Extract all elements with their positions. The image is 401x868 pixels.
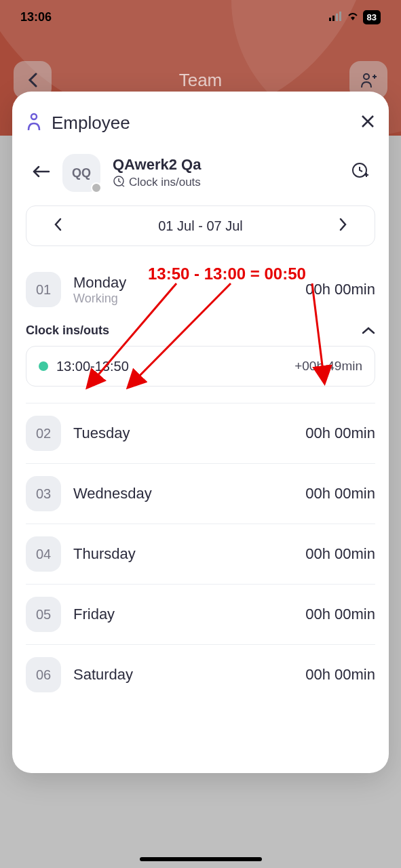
day-row[interactable]: 05 Friday 00h 00min — [26, 585, 375, 645]
svg-point-5 — [31, 114, 37, 119]
date-range-text: 01 Jul - 07 Jul — [158, 218, 243, 234]
wifi-icon — [347, 10, 359, 24]
day-total: 00h 00min — [305, 485, 375, 502]
day-total: 00h 00min — [305, 281, 375, 298]
status-bar: 13:06 83 — [0, 0, 401, 34]
person-icon — [26, 112, 42, 134]
day-row[interactable]: 01 Monday Working 00h 00min — [26, 260, 375, 319]
day-total: 00h 00min — [305, 606, 375, 623]
day-name: Thursday — [73, 545, 293, 563]
day-number: 01 — [26, 272, 61, 307]
status-right: 83 — [329, 10, 381, 24]
day-number: 02 — [26, 416, 61, 451]
day-number: 03 — [26, 476, 61, 511]
status-dot-green — [39, 361, 48, 371]
day-name: Friday — [73, 606, 293, 623]
signal-icon — [329, 10, 343, 24]
nav-title: Team — [179, 70, 223, 91]
day-row[interactable]: 03 Wednesday 00h 00min — [26, 464, 375, 524]
date-range-selector[interactable]: 01 Jul - 07 Jul — [26, 205, 375, 246]
svg-rect-0 — [329, 18, 331, 21]
day-row[interactable]: 04 Thursday 00h 00min — [26, 524, 375, 585]
expand-title: Clock ins/outs — [26, 323, 109, 338]
day-name: Tuesday — [73, 425, 293, 442]
svg-rect-1 — [332, 16, 335, 21]
chevron-up-icon[interactable] — [362, 325, 375, 337]
day-number: 04 — [26, 536, 61, 572]
employee-subtitle: Clock ins/outs — [129, 176, 201, 189]
day-name: Monday — [73, 274, 293, 292]
svg-point-4 — [364, 74, 369, 79]
svg-rect-3 — [339, 12, 341, 21]
day-total: 00h 00min — [305, 425, 375, 442]
day-number: 06 — [26, 657, 61, 692]
employee-name: QAwerk2 Qa — [113, 156, 339, 174]
day-row[interactable]: 02 Tuesday 00h 00min — [26, 403, 375, 464]
modal-header: Employee — [26, 112, 375, 134]
home-indicator — [140, 857, 262, 861]
clock-expand-section: Clock ins/outs 13:00-13:50 +00h 49min — [26, 319, 375, 393]
back-arrow-icon[interactable] — [31, 163, 50, 182]
day-name: Saturday — [73, 666, 293, 684]
clock-icon — [113, 175, 125, 191]
employee-row: QQ QAwerk2 Qa Clock ins/outs — [26, 154, 375, 192]
clock-entry[interactable]: 13:00-13:50 +00h 49min — [26, 346, 375, 387]
day-row[interactable]: 06 Saturday 00h 00min — [26, 645, 375, 705]
clock-entry-duration: +00h 49min — [294, 359, 362, 374]
clock-entry-range: 13:00-13:50 — [56, 359, 286, 374]
battery-icon: 83 — [363, 10, 381, 24]
close-icon[interactable] — [360, 113, 375, 134]
day-number: 05 — [26, 597, 61, 632]
day-total: 00h 00min — [305, 545, 375, 563]
modal-title: Employee — [52, 113, 130, 134]
status-time: 13:06 — [20, 10, 52, 24]
avatar: QQ — [62, 154, 100, 192]
chevron-left-icon[interactable] — [54, 218, 62, 235]
day-total: 00h 00min — [305, 666, 375, 684]
svg-rect-2 — [336, 14, 338, 21]
day-name: Wednesday — [73, 485, 293, 502]
chevron-right-icon[interactable] — [339, 218, 347, 235]
add-clock-button[interactable] — [351, 161, 370, 184]
employee-modal: Employee QQ QAwerk2 Qa Clock ins/outs — [12, 92, 389, 773]
status-dot — [91, 182, 102, 193]
day-status: Working — [73, 292, 293, 306]
